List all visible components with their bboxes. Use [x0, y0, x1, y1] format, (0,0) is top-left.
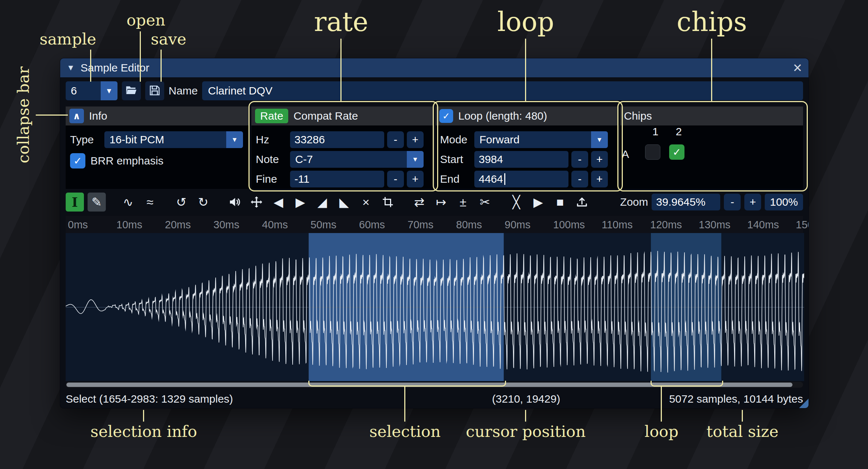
info-body: Type 16-bit PCM ▼ ✓ BRR emphasis: [66, 125, 250, 189]
timeline-ruler[interactable]: 0ms10ms20ms30ms40ms50ms60ms70ms80ms90ms1…: [66, 216, 803, 233]
ruler-label: 60ms: [359, 219, 385, 231]
fine-decrease-button[interactable]: -: [387, 171, 404, 187]
loop-start-input[interactable]: 3984: [474, 151, 568, 168]
sign-button[interactable]: ±: [454, 193, 472, 212]
zoom-in-button[interactable]: +: [744, 194, 761, 210]
apply-silence-button[interactable]: ↦: [432, 193, 450, 212]
preview-button[interactable]: ▶: [529, 193, 547, 212]
chip-1-checkbox[interactable]: [645, 144, 660, 160]
open-button[interactable]: [122, 81, 141, 100]
annotation-line-save: [161, 50, 162, 82]
draw-mode-button[interactable]: ✎: [88, 193, 106, 212]
delete-cross-icon: ×: [362, 195, 370, 209]
select-mode-button[interactable]: I: [66, 193, 84, 212]
hz-input[interactable]: 33286: [290, 131, 384, 148]
loop-start-increase-button[interactable]: +: [591, 151, 608, 168]
annotation-chips: chips: [677, 7, 747, 37]
loop-body: Mode Forward ▼ Start 3984 - + End: [436, 125, 618, 193]
brr-emphasis-checkbox[interactable]: ✓: [70, 153, 85, 168]
invert-button[interactable]: ▶: [291, 193, 309, 212]
undo-button[interactable]: ↺: [172, 193, 190, 212]
zoom-input[interactable]: 39.9645%: [652, 194, 720, 210]
close-icon[interactable]: ×: [793, 60, 802, 75]
annotation-line-cursor-position: [525, 410, 526, 422]
loop-start-label: Start: [440, 153, 471, 166]
ruler-label: 0ms: [68, 219, 88, 231]
annotation-line-selection: [404, 387, 405, 422]
name-input[interactable]: Clarinet DQV: [202, 81, 803, 100]
amplify-button[interactable]: [225, 193, 244, 212]
collapse-window-icon[interactable]: ▼: [67, 63, 75, 73]
resample-button[interactable]: ∿: [119, 193, 137, 212]
normalize-button[interactable]: ≈: [141, 193, 159, 212]
chevron-down-icon[interactable]: ▼: [226, 131, 243, 148]
status-total-size: 5072 samples, 10144 bytes: [669, 393, 803, 405]
ibeam-icon: I: [72, 194, 78, 210]
reverse-button[interactable]: ◀: [269, 193, 288, 212]
insert-silence-button[interactable]: ⇄: [410, 193, 428, 212]
pencil-icon: ✎: [92, 195, 102, 209]
stop-preview-button[interactable]: ■: [551, 193, 569, 212]
resize-grip[interactable]: [799, 399, 809, 408]
loop-end-decrease-button[interactable]: -: [571, 171, 588, 187]
sample-number-select[interactable]: 6 ▼: [66, 81, 117, 100]
check-icon: ✓: [73, 155, 82, 167]
rate-badge[interactable]: Rate: [255, 109, 288, 123]
loop-enable-checkbox[interactable]: ✓: [439, 109, 453, 123]
note-value: C-7: [290, 151, 407, 168]
speaker-icon: [228, 196, 241, 208]
note-select[interactable]: C-7 ▼: [290, 151, 424, 168]
chevron-down-icon[interactable]: ▼: [101, 81, 117, 100]
chevron-down-icon[interactable]: ▼: [591, 131, 608, 148]
crossfade-button[interactable]: ╳: [507, 193, 525, 212]
annotation-cursor-position: cursor position: [466, 422, 586, 441]
sample-number-value: 6: [66, 81, 101, 100]
delete-button[interactable]: ×: [357, 193, 375, 212]
filter-button[interactable]: ✂: [476, 193, 494, 212]
loop-start-decrease-button[interactable]: -: [571, 151, 588, 168]
sample-editor-window: ▼ Sample Editor × 6 ▼ Name Clarinet DQV: [60, 58, 809, 408]
check-icon: ✓: [443, 111, 450, 121]
chevron-down-icon[interactable]: ▼: [407, 151, 424, 168]
annotation-line-rate: [340, 39, 342, 101]
loop-header: ✓ Loop (length: 480): [436, 106, 618, 125]
annotation-line-collapse-bar: [36, 115, 68, 116]
waveform-view[interactable]: [66, 233, 804, 381]
collapse-bar-button[interactable]: ∧: [69, 109, 84, 123]
loop-mode-select[interactable]: Forward ▼: [474, 131, 608, 148]
loop-end-increase-button[interactable]: +: [591, 171, 608, 187]
resize-button[interactable]: [247, 193, 266, 212]
fine-value: -11: [294, 173, 309, 185]
titlebar[interactable]: ▼ Sample Editor ×: [60, 58, 809, 77]
insert-arrow-icon: ↦: [436, 195, 447, 209]
chips-body: 1 2 A ✓: [620, 125, 803, 189]
fine-increase-button[interactable]: +: [407, 171, 424, 187]
ruler-label: 90ms: [505, 219, 531, 231]
zoom-out-button[interactable]: -: [724, 194, 741, 210]
fade-out-button[interactable]: ◣: [335, 193, 353, 212]
fade-in-button[interactable]: ◢: [313, 193, 331, 212]
annotation-open: open: [127, 11, 166, 29]
annotation-save: save: [151, 30, 186, 48]
scissors-icon: ✂: [480, 195, 490, 209]
trim-button[interactable]: [379, 193, 397, 212]
fine-input[interactable]: -11: [290, 171, 384, 187]
fine-label: Fine: [256, 173, 287, 185]
crop-icon: [382, 197, 393, 208]
wave-resample-icon: ∿: [123, 195, 134, 209]
ruler-label: 120ms: [650, 219, 682, 231]
chip-2-checkbox[interactable]: ✓: [669, 144, 684, 160]
loop-start-value: 3984: [479, 153, 503, 166]
hz-increase-button[interactable]: +: [407, 131, 424, 148]
swap-arrows-icon: ⇄: [414, 195, 425, 209]
hz-value: 33286: [294, 133, 325, 146]
redo-button[interactable]: ↻: [194, 193, 212, 212]
zoom-reset-button[interactable]: 100%: [765, 194, 803, 210]
save-button[interactable]: [145, 81, 164, 100]
create-instrument-button[interactable]: [573, 193, 591, 212]
loop-end-input[interactable]: 4464: [474, 171, 568, 187]
hz-decrease-button[interactable]: -: [387, 131, 404, 148]
sample-type-select[interactable]: 16-bit PCM ▼: [104, 131, 243, 148]
rate-body: Hz 33286 - + Note C-7 ▼ Fine -: [251, 125, 434, 193]
selection-bracket: [308, 381, 506, 387]
